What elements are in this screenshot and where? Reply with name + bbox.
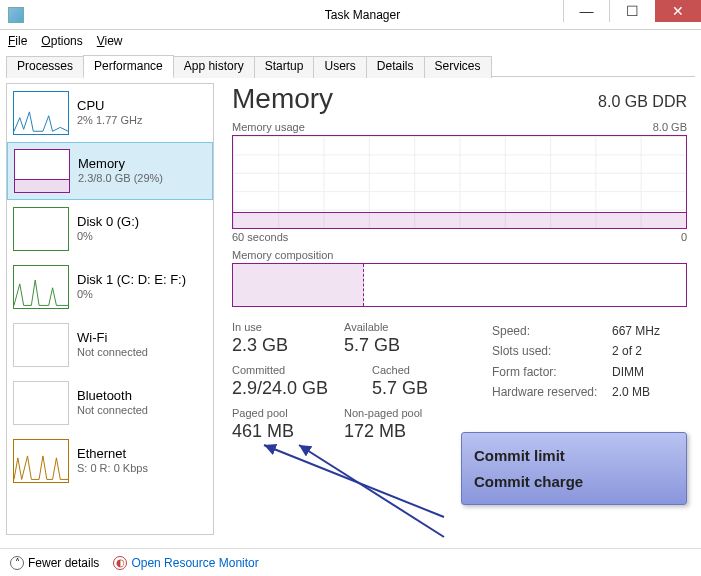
nonpaged-label: Non-paged pool: [344, 407, 428, 419]
disk-mini-graph-icon: [13, 265, 69, 309]
axis-right: 0: [681, 231, 687, 243]
paged-label: Paged pool: [232, 407, 316, 419]
sidebar-item-bluetooth[interactable]: Bluetooth Not connected: [7, 374, 213, 432]
sidebar-item-sub: 2% 1.77 GHz: [77, 114, 142, 128]
sidebar-item-label: Wi-Fi: [77, 330, 148, 346]
footer-bar: ˄ Fewer details ◐ Open Resource Monitor: [0, 548, 701, 576]
sidebar-item-sub: Not connected: [77, 346, 148, 360]
usage-chart-label: Memory usage: [232, 121, 305, 133]
disk-mini-graph-icon: [13, 207, 69, 251]
tab-performance[interactable]: Performance: [83, 55, 174, 77]
paged-value: 461 MB: [232, 421, 316, 442]
inuse-value: 2.3 GB: [232, 335, 316, 356]
menu-file[interactable]: File: [8, 34, 27, 48]
callout-line1: Commit limit: [474, 443, 674, 469]
sidebar-item-ethernet[interactable]: Ethernet S: 0 R: 0 Kbps: [7, 432, 213, 490]
cached-value: 5.7 GB: [372, 378, 456, 399]
available-value: 5.7 GB: [344, 335, 428, 356]
sidebar-item-sub: S: 0 R: 0 Kbps: [77, 462, 148, 476]
sidebar-item-label: Bluetooth: [77, 388, 148, 404]
svg-line-1: [299, 445, 444, 537]
committed-label: Committed: [232, 364, 344, 376]
memory-capacity: 8.0 GB DDR: [598, 93, 687, 111]
maximize-button[interactable]: ☐: [609, 0, 655, 22]
open-resource-monitor-link[interactable]: ◐ Open Resource Monitor: [113, 556, 258, 570]
resource-monitor-label: Open Resource Monitor: [131, 556, 258, 570]
sidebar-item-wifi[interactable]: Wi-Fi Not connected: [7, 316, 213, 374]
speed-key: Speed:: [492, 321, 612, 341]
tab-details[interactable]: Details: [366, 56, 425, 78]
sidebar-item-sub: 0%: [77, 230, 139, 244]
page-title: Memory: [232, 83, 333, 115]
hw-value: 2.0 MB: [612, 382, 650, 402]
sidebar-item-label: Disk 0 (G:): [77, 214, 139, 230]
minimize-button[interactable]: —: [563, 0, 609, 22]
wifi-mini-graph-icon: [13, 323, 69, 367]
available-label: Available: [344, 321, 428, 333]
sidebar-item-label: CPU: [77, 98, 142, 114]
content-area: CPU 2% 1.77 GHz Memory 2.3/8.0 GB (29%) …: [0, 77, 701, 541]
annotation-arrow-icon: [244, 427, 464, 547]
performance-sidebar[interactable]: CPU 2% 1.77 GHz Memory 2.3/8.0 GB (29%) …: [6, 83, 214, 535]
sidebar-item-cpu[interactable]: CPU 2% 1.77 GHz: [7, 84, 213, 142]
memory-usage-chart[interactable]: [232, 135, 687, 229]
axis-left: 60 seconds: [232, 231, 288, 243]
speed-value: 667 MHz: [612, 321, 660, 341]
detail-pane: Memory 8.0 GB DDR Memory usage 8.0 GB 60…: [214, 77, 701, 541]
form-key: Form factor:: [492, 362, 612, 382]
close-button[interactable]: ✕: [655, 0, 701, 22]
sidebar-item-sub: 0%: [77, 288, 186, 302]
tab-strip: Processes Performance App history Startu…: [6, 54, 695, 77]
committed-value: 2.9/24.0 GB: [232, 378, 344, 399]
sidebar-item-memory[interactable]: Memory 2.3/8.0 GB (29%): [7, 142, 213, 200]
sidebar-item-disk1[interactable]: Disk 1 (C: D: E: F:) 0%: [7, 258, 213, 316]
bluetooth-mini-graph-icon: [13, 381, 69, 425]
title-bar: Task Manager — ☐ ✕: [0, 0, 701, 30]
sidebar-item-label: Disk 1 (C: D: E: F:): [77, 272, 186, 288]
sidebar-item-label: Memory: [78, 156, 163, 172]
composition-label: Memory composition: [232, 249, 333, 261]
svg-line-0: [264, 445, 444, 517]
fewer-details-label: Fewer details: [28, 556, 99, 570]
slots-key: Slots used:: [492, 341, 612, 361]
nonpaged-value: 172 MB: [344, 421, 428, 442]
tab-users[interactable]: Users: [313, 56, 366, 78]
tab-services[interactable]: Services: [424, 56, 492, 78]
ethernet-mini-graph-icon: [13, 439, 69, 483]
cached-label: Cached: [372, 364, 456, 376]
menu-options[interactable]: Options: [41, 34, 82, 48]
callout-line2: Commit charge: [474, 469, 674, 495]
chevron-up-icon: ˄: [10, 556, 24, 570]
memory-composition-chart[interactable]: [232, 263, 687, 307]
fewer-details-button[interactable]: ˄ Fewer details: [10, 556, 99, 570]
slots-value: 2 of 2: [612, 341, 642, 361]
resource-monitor-icon: ◐: [113, 556, 127, 570]
stats-grid: In use 2.3 GB Available 5.7 GB Committed…: [232, 321, 687, 442]
tab-startup[interactable]: Startup: [254, 56, 315, 78]
tab-apphistory[interactable]: App history: [173, 56, 255, 78]
tab-processes[interactable]: Processes: [6, 56, 84, 78]
hw-key: Hardware reserved:: [492, 382, 612, 402]
menu-view[interactable]: View: [97, 34, 123, 48]
annotation-callout: Commit limit Commit charge: [461, 432, 687, 505]
sidebar-item-sub: 2.3/8.0 GB (29%): [78, 172, 163, 186]
form-value: DIMM: [612, 362, 644, 382]
menu-bar: File Options View: [0, 30, 701, 52]
app-icon: [8, 7, 24, 23]
sidebar-item-label: Ethernet: [77, 446, 148, 462]
memory-properties: Speed:667 MHz Slots used:2 of 2 Form fac…: [492, 321, 660, 442]
sidebar-item-sub: Not connected: [77, 404, 148, 418]
sidebar-item-disk0[interactable]: Disk 0 (G:) 0%: [7, 200, 213, 258]
usage-chart-max: 8.0 GB: [653, 121, 687, 133]
memory-mini-graph-icon: [14, 149, 70, 193]
cpu-mini-graph-icon: [13, 91, 69, 135]
inuse-label: In use: [232, 321, 316, 333]
